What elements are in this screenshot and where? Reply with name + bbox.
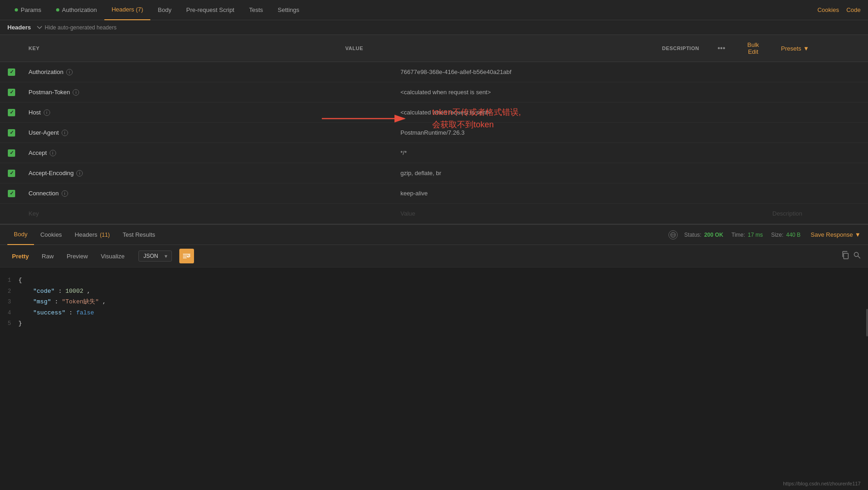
time-label: Time: <box>731 232 745 238</box>
hide-auto-headers-btn[interactable]: Hide auto-generated headers <box>36 24 116 31</box>
row1-info-icon[interactable]: i <box>66 69 73 75</box>
row6-value-cell: gzip, deflate, br <box>395 166 767 180</box>
row5-info-icon[interactable]: i <box>50 150 56 156</box>
row2-info-icon[interactable]: i <box>73 89 79 96</box>
json-body: 1 { 2 "code" : 10002 , 3 "msg" : "Token缺… <box>0 268 868 336</box>
row1-checkbox[interactable] <box>8 68 15 76</box>
table-row: User-Agent i PostmanRuntime/7.26.3 <box>0 123 868 143</box>
row1-value-cell: 76677e98-368e-416e-a8ef-b56e40a21abf <box>395 65 767 79</box>
globe-icon <box>668 230 678 239</box>
resp-tab-test-results[interactable]: Test Results <box>116 225 162 245</box>
row4-value-cell: PostmanRuntime/7.26.3 <box>395 125 767 140</box>
row4-checkbox-cell[interactable] <box>0 125 23 140</box>
svg-point-9 <box>854 252 858 256</box>
status-value: 200 OK <box>704 232 723 238</box>
tab-settings[interactable]: Settings <box>270 0 307 20</box>
row7-checkbox-cell[interactable] <box>0 186 23 201</box>
row1-checkbox-cell[interactable] <box>0 65 23 80</box>
resp-tab-cookies[interactable]: Cookies <box>34 225 69 245</box>
row3-info-icon[interactable]: i <box>44 109 50 116</box>
row3-checkbox[interactable] <box>8 109 15 116</box>
tab-params[interactable]: Params <box>7 0 49 20</box>
tab-headers-label: Headers (7) <box>112 6 143 13</box>
fmt-tab-pretty[interactable]: Pretty <box>7 251 34 262</box>
row4-key: User-Agent <box>29 129 59 136</box>
search-response-btn[interactable] <box>853 251 861 261</box>
table-row-placeholder[interactable]: Key Value Description <box>0 204 868 224</box>
bulk-edit-btn[interactable]: Bulk Edit <box>744 40 763 57</box>
row5-checkbox[interactable] <box>8 149 15 157</box>
placeholder-description: Description <box>767 206 868 221</box>
fmt-tab-raw[interactable]: Raw <box>37 251 58 262</box>
fmt-tab-visualize[interactable]: Visualize <box>96 251 129 262</box>
resp-tab-headers[interactable]: Headers (11) <box>69 225 116 245</box>
row5-checkbox-cell[interactable] <box>0 146 23 160</box>
resp-tab-test-results-label: Test Results <box>123 231 155 238</box>
row7-value: keep-alive <box>400 190 428 197</box>
scrollbar[interactable] <box>866 309 868 336</box>
top-tab-bar: Params Authorization Headers (7) Body Pr… <box>0 0 868 20</box>
description-col-header: DESCRIPTION ••• Bulk Edit Presets ▼ <box>657 35 758 62</box>
presets-chevron-icon: ▼ <box>803 45 809 52</box>
annotation-arrow <box>313 105 432 132</box>
more-actions-btn[interactable]: ••• <box>714 42 729 54</box>
size-value: 440 B <box>786 232 800 238</box>
row2-checkbox-cell[interactable] <box>0 85 23 100</box>
json-line-3: 3 "msg" : "Token缺失" , <box>0 296 861 308</box>
tab-authorization[interactable]: Authorization <box>49 0 104 20</box>
code-link[interactable]: Code <box>846 6 861 13</box>
row7-checkbox[interactable] <box>8 190 15 197</box>
row1-value: 76677e98-368e-416e-a8ef-b56e40a21abf <box>400 68 511 75</box>
row4-checkbox[interactable] <box>8 129 15 137</box>
response-tab-bar: Body Cookies Headers (11) Test Results S… <box>0 225 868 245</box>
authorization-dot <box>56 8 59 11</box>
row7-key: Connection <box>29 190 59 197</box>
resp-tab-body[interactable]: Body <box>7 225 34 245</box>
time-value: 17 ms <box>748 232 763 238</box>
row1-key-cell: Authorization i <box>23 65 395 79</box>
row6-checkbox[interactable] <box>8 170 15 177</box>
wrap-text-btn[interactable] <box>179 249 194 263</box>
tab-tests[interactable]: Tests <box>242 0 270 20</box>
tab-prerequest[interactable]: Pre-request Script <box>179 0 242 20</box>
cookies-link[interactable]: Cookies <box>817 6 839 13</box>
row6-info-icon[interactable]: i <box>76 170 83 177</box>
row7-info-icon[interactable]: i <box>62 190 68 197</box>
row6-value: gzip, deflate, br <box>400 170 441 177</box>
row3-value-cell: <calculated when request is sent> <box>395 105 767 120</box>
search-icon <box>853 251 861 259</box>
save-response-btn[interactable]: Save Response ▼ <box>811 231 861 238</box>
table-header: KEY VALUE DESCRIPTION ••• Bulk Edit Pres… <box>0 35 868 62</box>
row3-desc-cell <box>767 109 868 116</box>
row2-value-cell: <calculated when request is sent> <box>395 85 767 99</box>
headers-table: KEY VALUE DESCRIPTION ••• Bulk Edit Pres… <box>0 35 868 224</box>
copy-response-btn[interactable] <box>841 251 850 262</box>
format-select-wrap[interactable]: JSON XML HTML Text ▼ <box>133 251 172 262</box>
row2-desc-cell <box>767 89 868 96</box>
tab-body[interactable]: Body <box>150 0 179 20</box>
row4-info-icon[interactable]: i <box>62 130 68 136</box>
table-row: Authorization i 76677e98-368e-416e-a8ef-… <box>0 62 868 82</box>
tab-headers[interactable]: Headers (7) <box>104 0 151 20</box>
tab-tests-label: Tests <box>249 6 263 13</box>
presets-btn[interactable]: Presets ▼ <box>777 43 813 54</box>
row7-value-cell: keep-alive <box>395 186 767 200</box>
row3-checkbox-cell[interactable] <box>0 105 23 120</box>
row4-desc-cell <box>767 129 868 137</box>
row6-checkbox-cell[interactable] <box>0 166 23 181</box>
value-col-header: VALUE <box>340 41 657 56</box>
resp-tab-cookies-label: Cookies <box>40 231 62 238</box>
row3-key: Host <box>29 109 41 116</box>
save-response-chevron-icon: ▼ <box>855 231 861 238</box>
row2-checkbox[interactable] <box>8 89 15 96</box>
tab-authorization-label: Authorization <box>62 6 97 13</box>
row5-key: Accept <box>29 149 47 156</box>
resp-tab-body-label: Body <box>14 231 28 238</box>
row6-key-cell: Accept-Encoding i <box>23 166 395 180</box>
format-select[interactable]: JSON XML HTML Text <box>138 251 172 262</box>
tab-prerequest-label: Pre-request Script <box>186 6 234 13</box>
copy-icon <box>841 251 850 259</box>
resp-tab-headers-label: Headers (11) <box>75 231 110 238</box>
fmt-tab-preview[interactable]: Preview <box>62 251 92 262</box>
json-line-2: 2 "code" : 10002 , <box>0 286 861 297</box>
